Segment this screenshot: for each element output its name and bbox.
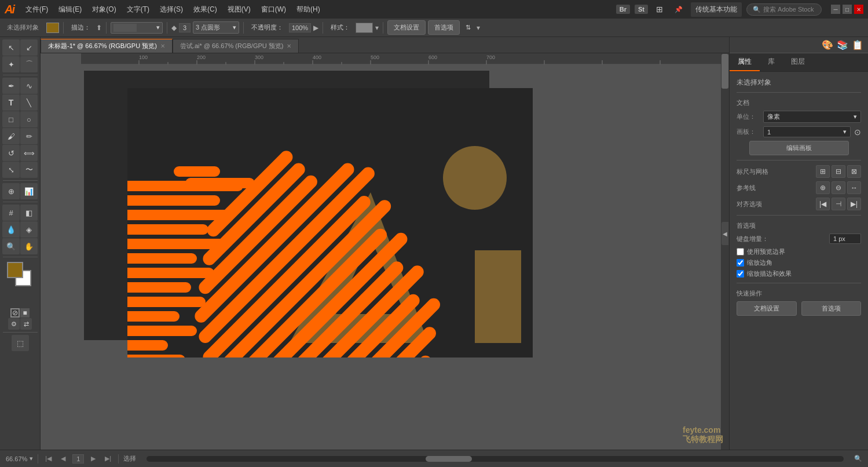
tab-close-untitled[interactable]: ✕ xyxy=(160,43,165,49)
pen-tool[interactable]: ✒ xyxy=(2,78,20,94)
rect-tool[interactable]: □ xyxy=(2,111,20,127)
eyedropper-tool[interactable]: 💧 xyxy=(2,221,20,238)
line-tool[interactable]: ╲ xyxy=(20,94,38,111)
tab-close-try[interactable]: ✕ xyxy=(287,43,291,49)
reset-colors[interactable]: ⚙ xyxy=(8,318,20,330)
zoom-out-icon[interactable]: 🔍 xyxy=(854,455,862,462)
style-swatch[interactable] xyxy=(356,23,373,33)
ruler-icon[interactable]: ⊞ xyxy=(816,165,830,178)
foreground-color[interactable] xyxy=(7,262,23,278)
pencil-tool[interactable]: ✏ xyxy=(20,128,38,144)
unit-dropdown[interactable]: 像素 ▾ xyxy=(763,111,861,123)
layout-button[interactable]: ⊞ xyxy=(653,3,666,15)
magic-wand-tool[interactable]: ✦ xyxy=(2,56,20,72)
stroke-style-dropdown[interactable]: ▾ xyxy=(111,22,163,34)
search-box[interactable]: 🔍 搜索 Adobe Stock xyxy=(746,3,822,16)
menu-help[interactable]: 帮助(H) xyxy=(292,2,325,17)
tab-try[interactable]: 尝试.ai* @ 66.67% (RGB/GPU 预览) ✕ xyxy=(173,39,299,53)
scale-tool[interactable]: ⤡ xyxy=(2,162,20,178)
pin-icon[interactable]: 📌 xyxy=(671,5,686,14)
doc-setup-button[interactable]: 文档设置 xyxy=(387,20,426,35)
brush-type-dropdown[interactable]: 3 点圆形 ▾ xyxy=(193,21,239,34)
menu-file[interactable]: 文件(F) xyxy=(21,2,53,17)
opacity-right-arrow[interactable]: ▶ xyxy=(313,24,318,32)
bridge-button[interactable]: Br xyxy=(616,5,630,14)
quick-doc-setup-button[interactable]: 文档设置 xyxy=(737,301,797,316)
tab-layers[interactable]: 图层 xyxy=(783,53,813,71)
tab-properties[interactable]: 属性 xyxy=(730,53,760,71)
menu-window[interactable]: 窗口(W) xyxy=(257,2,291,17)
menu-text[interactable]: 文字(T) xyxy=(122,2,154,17)
blend-tool[interactable]: ◈ xyxy=(20,221,38,238)
toggle-icon[interactable]: ⊙ xyxy=(854,127,861,137)
edit-artboard-button[interactable]: 编辑画板 xyxy=(749,141,849,155)
ellipse-tool[interactable]: ○ xyxy=(20,111,38,127)
graph-tool[interactable]: 📊 xyxy=(20,183,38,199)
stock-button[interactable]: St xyxy=(635,5,648,14)
stroke-width-input[interactable]: 3 xyxy=(179,23,191,32)
grid-dot-icon[interactable]: ⊠ xyxy=(847,165,861,178)
mesh-tool[interactable]: # xyxy=(2,205,20,221)
align-center-icon[interactable]: ⊣ xyxy=(832,198,845,210)
keyboard-increment-input[interactable] xyxy=(829,234,861,244)
page-next-button[interactable]: ▶ xyxy=(89,455,98,462)
page-number[interactable]: 1 xyxy=(72,454,84,464)
rotate-tool[interactable]: ↺ xyxy=(2,145,20,161)
gradient-tool[interactable]: ◧ xyxy=(20,205,38,221)
arrange-icon[interactable]: ⇅ xyxy=(462,23,474,32)
swap-colors[interactable]: ⇄ xyxy=(20,318,32,330)
lasso-tool[interactable]: ⌒ xyxy=(20,56,38,72)
chevron-down-icon-zoom[interactable]: ▾ xyxy=(30,455,33,462)
panel-library-icon[interactable]: 📚 xyxy=(837,39,848,50)
grid-icon[interactable]: ⊟ xyxy=(832,165,845,178)
reflect-tool[interactable]: ⟺ xyxy=(20,145,38,161)
minimize-button[interactable]: ─ xyxy=(831,5,840,14)
curvature-tool[interactable]: ∿ xyxy=(20,78,38,94)
panel-appearance-icon[interactable]: 🎨 xyxy=(822,39,833,50)
none-indicator[interactable]: ⊘ xyxy=(10,308,20,318)
text-tool[interactable]: T xyxy=(2,94,20,111)
artboard-dropdown[interactable]: 1 ▾ xyxy=(763,126,851,137)
align-right-icon[interactable]: ▶| xyxy=(847,198,861,210)
opacity-input[interactable]: 100% xyxy=(289,23,311,32)
horizontal-scroll-track[interactable] xyxy=(147,456,844,462)
vertical-scroll-thumb[interactable] xyxy=(721,54,728,89)
page-prev-button[interactable]: ◀ xyxy=(58,455,68,462)
workspace-label[interactable]: 传统基本功能 xyxy=(691,2,742,17)
scale-corners-checkbox[interactable] xyxy=(737,259,744,267)
paint-brush-tool[interactable]: 🖌 xyxy=(2,128,20,144)
panel-collapse-button[interactable]: ◀ xyxy=(721,222,728,245)
page-first-button[interactable]: |◀ xyxy=(43,455,54,462)
page-last-button[interactable]: ▶| xyxy=(102,455,113,462)
close-button[interactable]: ✕ xyxy=(854,5,863,14)
guide-h-icon[interactable]: ⊖ xyxy=(832,181,845,194)
tab-library[interactable]: 库 xyxy=(760,53,783,71)
horizontal-scroll-thumb[interactable] xyxy=(426,456,472,462)
artboard-tool[interactable]: ⬚ xyxy=(12,335,29,351)
menu-object[interactable]: 对象(O) xyxy=(87,2,120,17)
use-preview-bounds-checkbox[interactable] xyxy=(737,248,744,256)
preferences-button[interactable]: 首选项 xyxy=(428,20,460,35)
zoom-tool[interactable]: 🔍 xyxy=(2,238,20,254)
menu-edit[interactable]: 编辑(E) xyxy=(54,2,86,17)
scale-strokes-checkbox[interactable] xyxy=(737,270,744,278)
tab-untitled[interactable]: 未标题-1* @ 66.67% (RGB/GPU 预览) ✕ xyxy=(41,39,173,53)
guide-cross-icon[interactable]: ⊕ xyxy=(816,181,830,194)
quick-prefs-button[interactable]: 首选项 xyxy=(801,301,862,316)
fill-color-swatch[interactable] xyxy=(46,23,59,33)
direct-select-tool[interactable]: ↙ xyxy=(20,39,38,56)
guide-custom-icon[interactable]: ↔ xyxy=(847,181,861,194)
panel-layers-icon[interactable]: 📋 xyxy=(852,39,863,50)
menu-view[interactable]: 视图(V) xyxy=(223,2,255,17)
menu-select[interactable]: 选择(S) xyxy=(155,2,188,17)
select-tool[interactable]: ↖ xyxy=(2,39,20,56)
restore-button[interactable]: □ xyxy=(843,5,852,14)
warp-tool[interactable]: 〜 xyxy=(20,162,38,178)
stroke-up-icon[interactable]: ⬆ xyxy=(96,24,102,32)
symbol-tool[interactable]: ⊕ xyxy=(2,183,20,199)
color-mode-btn[interactable]: ■ xyxy=(20,308,30,318)
vertical-scrollbar[interactable] xyxy=(721,53,729,450)
align-left-icon[interactable]: |◀ xyxy=(816,198,830,210)
hand-tool[interactable]: ✋ xyxy=(20,238,38,254)
menu-effect[interactable]: 效果(C) xyxy=(189,2,222,17)
